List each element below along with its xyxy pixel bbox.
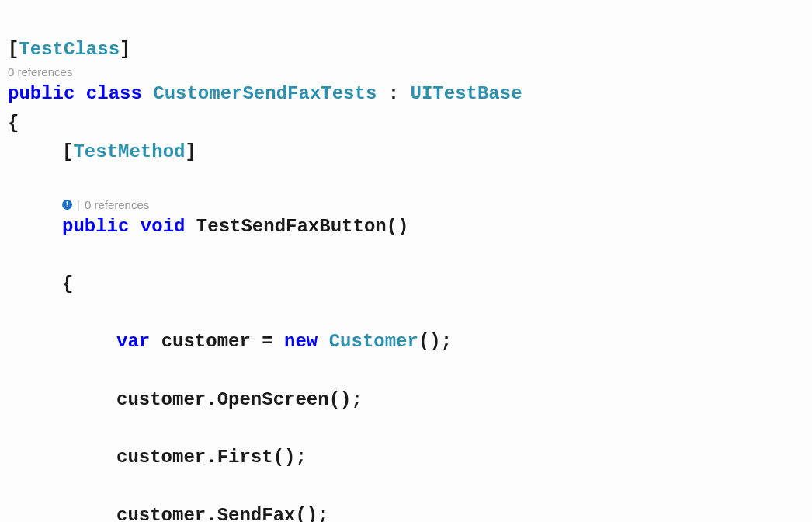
- stmt-var-decl: var customer = new Customer();: [8, 327, 804, 356]
- stmt-first: customer.First();: [8, 443, 804, 472]
- class-declaration: public class CustomerSendFaxTests : UITe…: [8, 83, 522, 104]
- open-brace-method: {: [8, 270, 804, 298]
- base-class-name: UITestBase: [411, 83, 522, 104]
- info-icon: !: [62, 200, 72, 210]
- method-name: TestSendFaxButton: [196, 216, 387, 237]
- codelens-class-refs: 0 references: [8, 65, 72, 79]
- attribute-class-name: TestClass: [19, 39, 120, 60]
- ctor-type: Customer: [329, 331, 418, 352]
- open-brace-class: {: [8, 113, 19, 134]
- local-var-name: customer: [161, 331, 251, 352]
- codelens-separator-icon: |: [77, 198, 80, 212]
- codelens-class[interactable]: 0 references: [8, 65, 804, 79]
- attribute-method-name: TestMethod: [73, 141, 185, 162]
- codelens-method-refs: 0 references: [85, 198, 149, 212]
- stmt-sendfax: customer.SendFax();: [8, 501, 804, 523]
- attribute-line-method: [TestMethod]: [8, 137, 804, 166]
- class-name: CustomerSendFaxTests: [153, 83, 377, 104]
- stmt-openscreen: customer.OpenScreen();: [8, 385, 804, 414]
- method-declaration: public void TestSendFaxButton(): [8, 212, 804, 241]
- codelens-method[interactable]: !|0 references: [8, 197, 804, 212]
- attribute-line-class: [TestClass]: [8, 39, 130, 60]
- code-editor[interactable]: [TestClass] 0 referencespublic class Cus…: [8, 6, 804, 522]
